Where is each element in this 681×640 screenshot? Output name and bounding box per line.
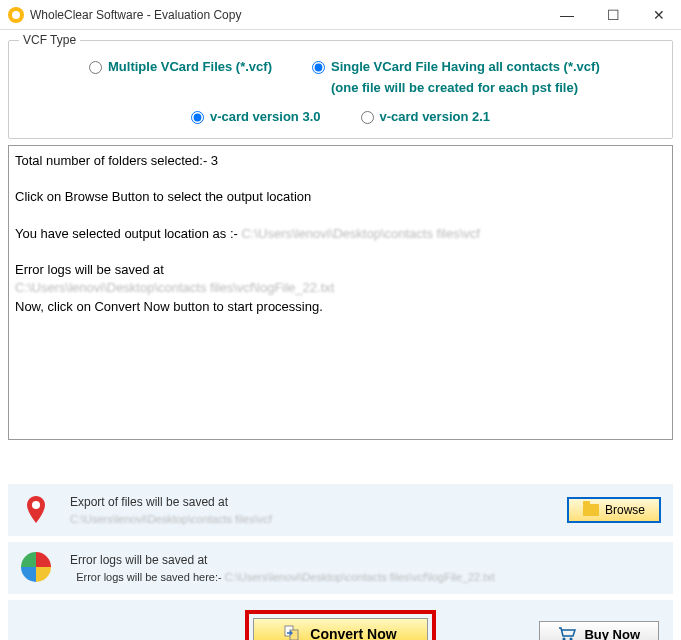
radio-vcard-v30[interactable]: v-card version 3.0 bbox=[191, 109, 321, 124]
browse-button[interactable]: Browse bbox=[567, 497, 661, 523]
log-line: Now, click on Convert Now button to star… bbox=[15, 298, 666, 316]
location-pin-icon bbox=[20, 494, 52, 526]
error-log-text: Error logs will be saved at Error logs w… bbox=[70, 551, 661, 586]
cart-icon bbox=[558, 627, 576, 640]
buy-now-button[interactable]: Buy Now bbox=[539, 621, 659, 641]
radio-multiple-input[interactable] bbox=[89, 61, 102, 74]
convert-label: Convert Now bbox=[310, 626, 396, 640]
convert-now-button[interactable]: Convert Now bbox=[253, 618, 427, 640]
log-line: Total number of folders selected:- 3 bbox=[15, 152, 666, 170]
log-line: Click on Browse Button to select the out… bbox=[15, 188, 666, 206]
convert-highlight: Convert Now bbox=[245, 610, 435, 640]
error-sub: Error logs will be saved here:- C:\Users… bbox=[70, 569, 661, 586]
log-line: Error logs will be saved at bbox=[15, 261, 666, 279]
log-line: You have selected output location as :- … bbox=[15, 225, 666, 243]
radio-single-label2: (one file will be created for each pst f… bbox=[331, 80, 578, 95]
radio-v21-label: v-card version 2.1 bbox=[380, 109, 491, 124]
radio-multiple-vcard[interactable]: Multiple VCard Files (*.vcf) bbox=[89, 59, 272, 74]
log-output: Total number of folders selected:- 3 Cli… bbox=[8, 145, 673, 440]
export-path: C:\Users\lenovi\Desktop\contacts files\v… bbox=[70, 511, 567, 528]
export-label: Export of files will be saved at bbox=[70, 493, 567, 511]
vcf-type-group: VCF Type Multiple VCard Files (*.vcf) Si… bbox=[8, 40, 673, 139]
svg-point-0 bbox=[32, 501, 40, 509]
radio-multiple-label: Multiple VCard Files (*.vcf) bbox=[108, 59, 272, 74]
titlebar: WholeClear Software - Evaluation Copy — … bbox=[0, 0, 681, 30]
radio-v30-label: v-card version 3.0 bbox=[210, 109, 321, 124]
vcf-version-row: v-card version 3.0 v-card version 2.1 bbox=[19, 103, 662, 124]
convert-icon bbox=[284, 625, 302, 640]
vcf-legend: VCF Type bbox=[19, 33, 80, 47]
radio-vcard-v21[interactable]: v-card version 2.1 bbox=[361, 109, 491, 124]
close-button[interactable]: ✕ bbox=[645, 5, 673, 25]
radio-single-vcard[interactable]: Single VCard File Having all contacts (*… bbox=[312, 59, 600, 95]
window-controls: — ☐ ✕ bbox=[553, 5, 673, 25]
error-label: Error logs will be saved at bbox=[70, 551, 661, 569]
log-line: C:\Users\lenovi\Desktop\contacts files\v… bbox=[15, 279, 666, 297]
app-icon bbox=[8, 7, 24, 23]
pie-chart-icon bbox=[20, 552, 52, 584]
buy-label: Buy Now bbox=[584, 627, 640, 641]
browse-label: Browse bbox=[605, 503, 645, 517]
radio-v30-input[interactable] bbox=[191, 111, 204, 124]
export-location-text: Export of files will be saved at C:\User… bbox=[70, 493, 567, 528]
radio-v21-input[interactable] bbox=[361, 111, 374, 124]
radio-single-input[interactable] bbox=[312, 61, 325, 74]
minimize-button[interactable]: — bbox=[553, 5, 581, 25]
radio-single-label1: Single VCard File Having all contacts (*… bbox=[331, 59, 600, 74]
action-row: Convert Now Buy Now bbox=[8, 600, 673, 640]
export-location-row: Export of files will be saved at C:\User… bbox=[8, 484, 673, 536]
vcf-file-mode-row: Multiple VCard Files (*.vcf) Single VCar… bbox=[19, 49, 662, 103]
window-title: WholeClear Software - Evaluation Copy bbox=[30, 8, 553, 22]
main-content: VCF Type Multiple VCard Files (*.vcf) Si… bbox=[0, 30, 681, 640]
maximize-button[interactable]: ☐ bbox=[599, 5, 627, 25]
folder-icon bbox=[583, 504, 599, 516]
error-log-row: Error logs will be saved at Error logs w… bbox=[8, 542, 673, 594]
footer-area: Export of files will be saved at C:\User… bbox=[8, 484, 673, 640]
